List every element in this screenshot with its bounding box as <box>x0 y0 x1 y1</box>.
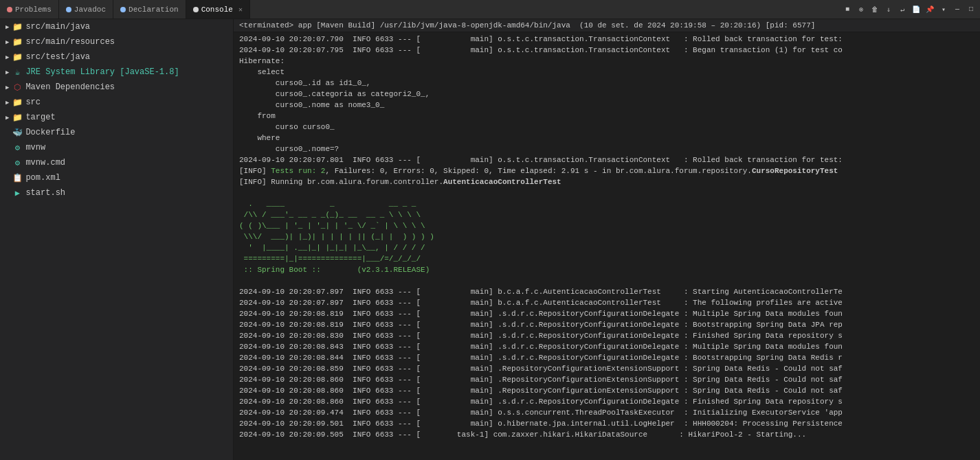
console-line <box>239 275 975 286</box>
console-line: curso0_.categoria as categori2_0_, <box>239 89 975 100</box>
tab-bar: Problems Javadoc Declaration Console ✕ ■… <box>0 0 980 19</box>
console-panel: <terminated> app [Maven Build] /usr/lib/… <box>234 19 980 460</box>
console-line: 2024-09-10 20:20:07.801 INFO 6633 --- [ … <box>239 154 975 165</box>
sidebar-item-jre[interactable]: ▶ ☕ JRE System Library [JavaSE-1.8] <box>0 65 233 80</box>
console-line: from <box>239 111 975 122</box>
declaration-icon <box>120 7 126 12</box>
docker-icon: 🐳 <box>12 128 23 138</box>
console-line: 2024-09-10 20:20:08.830 INFO 6633 --- [ … <box>239 330 975 341</box>
console-line: 2024-09-10 20:20:07.897 INFO 6633 --- [ … <box>239 297 975 308</box>
tab-declaration-label: Declaration <box>129 5 179 14</box>
sidebar-item-label: src <box>25 97 41 107</box>
console-line: 2024-09-10 20:20:08.844 INFO 6633 --- [ … <box>239 352 975 363</box>
sidebar-item-label: JRE System Library [JavaSE-1.8] <box>25 67 179 77</box>
open-file-button[interactable]: 📄 <box>910 3 922 16</box>
sidebar-item-start-sh[interactable]: ▶ ▶ start.sh <box>0 185 233 200</box>
console-line: 2024-09-10 20:20:07.795 INFO 6633 --- [ … <box>239 45 975 56</box>
tab-problems[interactable]: Problems <box>0 0 59 19</box>
arrow-icon: ▶ <box>5 114 9 122</box>
start-icon: ▶ <box>12 188 23 198</box>
disconnect-button[interactable]: ⊗ <box>855 3 867 16</box>
console-line: [INFO] Tests run: 2, Failures: 0, Errors… <box>239 165 975 176</box>
sidebar-item-label: start.sh <box>25 188 65 198</box>
sidebar-item-pom[interactable]: ▶ 📋 pom.xml <box>0 170 233 185</box>
console-line-spring-art: /\\ / ___'_ __ _ _(_)_ __ __ _ \ \ \ \ <box>239 209 975 220</box>
console-line: 2024-09-10 20:20:09.474 INFO 6633 --- [ … <box>239 407 975 418</box>
sidebar-item-maven[interactable]: ▶ ⬡ Maven Dependencies <box>0 80 233 95</box>
scroll-lock-button[interactable]: ⇓ <box>882 3 895 16</box>
pin-button[interactable]: 📌 <box>924 3 936 16</box>
console-output[interactable]: 2024-09-10 20:20:07.790 INFO 6633 --- [ … <box>234 32 980 460</box>
arrow-icon: ▶ <box>5 38 9 46</box>
console-line: 2024-09-10 20:20:08.859 INFO 6633 --- [ … <box>239 363 975 374</box>
sidebar-item-mvnw-cmd[interactable]: ▶ ⚙ mvnw.cmd <box>0 155 233 170</box>
problems-icon <box>7 7 12 12</box>
tab-javadoc[interactable]: Javadoc <box>59 0 113 19</box>
console-line: [INFO] Running br.com.alura.forum.contro… <box>239 176 975 187</box>
sidebar-item-mvnw[interactable]: ▶ ⚙ mvnw <box>0 140 233 155</box>
folder-icon: 📁 <box>12 52 23 62</box>
console-line-spring-art: ' |____| .__|_| |_|_| |_\__, | / / / / <box>239 242 975 253</box>
console-line: 2024-09-10 20:20:08.843 INFO 6633 --- [ … <box>239 341 975 352</box>
sidebar-item-label: pom.xml <box>25 173 60 183</box>
console-line-spring-art: =========|_|==============|___/=/_/_/_/ <box>239 253 975 264</box>
mvnw-icon: ⚙ <box>12 143 23 153</box>
sidebar-item-dockerfile[interactable]: ▶ 🐳 Dockerfile <box>0 125 233 140</box>
console-line: 2024-09-10 20:20:08.860 INFO 6633 --- [ … <box>239 396 975 407</box>
console-line: 2024-09-10 20:20:07.790 INFO 6633 --- [ … <box>239 34 975 45</box>
folder-icon: 📁 <box>12 97 23 108</box>
stop-button[interactable]: ■ <box>841 3 854 16</box>
console-close-button[interactable]: ✕ <box>238 5 243 14</box>
arrow-icon: ▶ <box>5 23 9 31</box>
tab-declaration[interactable]: Declaration <box>113 0 186 19</box>
arrow-icon: ▶ <box>5 99 9 106</box>
tab-console[interactable]: Console ✕ <box>186 0 250 19</box>
arrow-icon: ▶ <box>5 54 9 61</box>
console-line: select <box>239 67 975 78</box>
tab-console-label: Console <box>201 5 233 14</box>
sidebar-item-label: mvnw.cmd <box>25 158 65 168</box>
console-line: Hibernate: <box>239 56 975 67</box>
folder-icon: 📁 <box>12 22 23 32</box>
sidebar-item-src-main-resources[interactable]: ▶ 📁 src/main/resources <box>0 34 233 49</box>
sidebar-item-src[interactable]: ▶ 📁 src <box>0 95 233 110</box>
sidebar-item-label: src/main/resources <box>25 37 115 47</box>
maximize-button[interactable]: □ <box>965 3 977 16</box>
sidebar-item-src-main-java[interactable]: ▶ 📁 src/main/java <box>0 19 233 34</box>
console-line: 2024-09-10 20:20:09.501 INFO 6633 --- [ … <box>239 418 975 429</box>
minimize-button[interactable]: — <box>951 3 964 16</box>
javadoc-icon <box>66 7 71 12</box>
folder-icon: 📁 <box>12 37 23 47</box>
console-line <box>239 187 975 198</box>
arrow-icon: ▶ <box>5 84 9 91</box>
arrow-icon: ▶ <box>5 69 9 76</box>
main-content: ▶ 📁 src/main/java ▶ 📁 src/main/resources… <box>0 19 980 460</box>
clear-console-button[interactable]: 🗑 <box>869 3 881 16</box>
console-line: curso0_.nome=? <box>239 143 975 154</box>
console-line: curso curso0_ <box>239 122 975 133</box>
console-line: 2024-09-10 20:20:08.860 INFO 6633 --- [ … <box>239 374 975 385</box>
terminated-bar: <terminated> app [Maven Build] /usr/lib/… <box>234 19 980 32</box>
sidebar-item-label: Dockerfile <box>25 128 75 137</box>
word-wrap-button[interactable]: ↵ <box>896 3 909 16</box>
pom-icon: 📋 <box>12 173 23 183</box>
console-line: curso0_.id as id1_0_, <box>239 78 975 89</box>
sidebar-item-label: target <box>25 113 55 122</box>
jre-icon: ☕ <box>12 67 23 78</box>
tab-bar-actions: ■ ⊗ 🗑 ⇓ ↵ 📄 📌 ▾ — □ <box>838 3 980 16</box>
view-menu-button[interactable]: ▾ <box>937 3 950 16</box>
console-line-spring-art: \\\/ ___)| |_)| | | | | || (_| | ) ) ) ) <box>239 231 975 242</box>
tab-javadoc-label: Javadoc <box>74 5 106 14</box>
tab-problems-label: Problems <box>15 5 52 14</box>
sidebar-item-src-test-java[interactable]: ▶ 📁 src/test/java <box>0 49 233 65</box>
console-icon <box>193 7 199 12</box>
sidebar-item-label: Maven Dependencies <box>25 82 115 92</box>
mvnwcmd-icon: ⚙ <box>12 158 23 168</box>
sidebar-item-target[interactable]: ▶ 📁 target <box>0 110 233 125</box>
console-line-spring-art: :: Spring Boot :: (v2.3.1.RELEASE) <box>239 264 975 275</box>
folder-icon: 📁 <box>12 113 23 123</box>
console-line: 2024-09-10 20:20:08.860 INFO 6633 --- [ … <box>239 385 975 396</box>
sidebar: ▶ 📁 src/main/java ▶ 📁 src/main/resources… <box>0 19 234 460</box>
console-line: 2024-09-10 20:20:09.505 INFO 6633 --- [ … <box>239 429 975 440</box>
sidebar-item-label: src/main/java <box>25 22 90 32</box>
